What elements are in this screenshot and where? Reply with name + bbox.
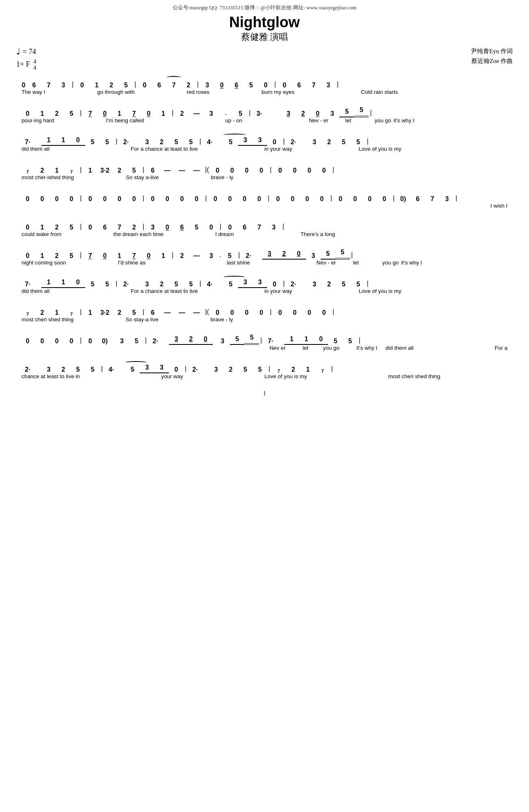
note: 0 (315, 195, 329, 203)
note: 0 (225, 309, 240, 316)
note: 0 (20, 252, 35, 260)
note: 0 (348, 195, 363, 203)
lyric: I'm being called (105, 117, 145, 123)
note: 0 (317, 167, 331, 174)
score-row-4: 7 2 1 7 | 1 3·2 2 5 | 6 — — — |( 0 0 0 0… (20, 158, 509, 183)
note: 0 (160, 195, 175, 203)
note: 6 (229, 82, 244, 89)
note: 3 (281, 110, 296, 117)
note: 0 (210, 167, 225, 174)
note: 0 (254, 309, 269, 316)
note: 0 (291, 250, 306, 260)
barline: | (282, 138, 286, 146)
note: 0 (214, 82, 229, 89)
note: 0 (267, 139, 282, 146)
note: 5 (328, 338, 343, 345)
note: — (189, 110, 204, 117)
note: 5 (85, 139, 100, 146)
note: — (189, 309, 204, 316)
note: 0 (267, 281, 282, 288)
note: 3 (262, 250, 277, 260)
note: 2 (50, 110, 64, 117)
barline: | (141, 166, 145, 174)
note: 7 (307, 82, 321, 89)
note: 6 (145, 309, 160, 316)
note: 5 (71, 366, 85, 373)
barline: | (331, 308, 335, 316)
note: 0 (127, 195, 141, 203)
barline: | (248, 109, 252, 117)
note: 0 (64, 195, 79, 203)
lyric: Love of you is my (357, 146, 402, 152)
lyric: burn my eyes (260, 89, 296, 95)
note: 1 (156, 110, 171, 117)
note: 1 (300, 366, 315, 373)
barline: | (79, 109, 83, 117)
notes-row-2: 0 1 2 5 | 7 0 1 7 0 1 | 2 — 3 · 5 | 3· 3… (20, 101, 509, 117)
note: 0 (273, 309, 287, 316)
lyric: did them all (384, 345, 415, 351)
note: 0 (302, 309, 317, 316)
note: 7· (263, 338, 278, 345)
note: 2 (175, 110, 189, 117)
lyric: red roses (186, 89, 211, 95)
note: 7· (20, 139, 35, 146)
note: 0 (300, 195, 315, 203)
note: 3 (253, 279, 267, 288)
note: 5 (119, 82, 133, 89)
lyric: it's why I (392, 117, 415, 123)
tempo: ♩ = 74 (16, 46, 36, 57)
barline: | (267, 365, 271, 373)
note: 0 (287, 309, 302, 316)
note: 5 (230, 336, 244, 345)
note: 3 (266, 224, 281, 231)
lyric: The way I (20, 89, 47, 95)
note: 5 (336, 139, 351, 146)
notes-row-4: 7 2 1 7 | 1 3·2 2 5 | 6 — — — |( 0 0 0 0… (20, 158, 509, 174)
barline: | (141, 195, 145, 203)
lyrics-row-9: most cheri shed thing So stay-a live bra… (20, 316, 509, 325)
barline: |( (204, 308, 210, 316)
barline: | (79, 251, 83, 260)
lyric: Love of you is my (263, 373, 308, 379)
barline: | (198, 138, 202, 146)
note: 0 (50, 338, 64, 345)
note: 3 (204, 110, 218, 117)
watermark: 公众号:musegtp QQ: 731335515 微博：@小叶歌吉他 网址: … (12, 4, 517, 11)
note: 3 (154, 364, 169, 373)
note: 3 (215, 338, 230, 345)
notes-row-1: 0 6 7 3 | 0 1 2 5 | 0 6 7 2 | 3 0 6 5 0 … (20, 73, 509, 89)
note: 2· (241, 252, 256, 260)
note: 5 (343, 338, 357, 345)
note: 5 (351, 281, 365, 288)
note: 0) (396, 195, 410, 203)
barline: | (71, 81, 75, 89)
lyrics-row-5: I wish I (20, 203, 509, 212)
barline: | (350, 251, 354, 260)
lyric: brave - ly (209, 316, 234, 323)
note: 2· (188, 366, 202, 373)
notes-row-7: 0 1 2 5 | 7 0 1 7 0 1 | 2 — 3 · 5 | 2· 3… (20, 243, 509, 260)
note: 0 (363, 195, 377, 203)
lyric: your way (160, 373, 184, 379)
note: 0 (198, 336, 213, 345)
score-row-7: 0 1 2 5 | 7 0 1 7 0 1 | 2 — 3 · 5 | 2· 3… (20, 243, 509, 269)
note: 3 (41, 366, 56, 373)
barline: | (198, 280, 202, 288)
note: · (218, 112, 233, 117)
lyric: Cold rain starts (360, 89, 399, 95)
barline: | (144, 337, 148, 345)
note: 3 (140, 281, 154, 288)
notes-row-10: 0 0 0 0 | 0 0) 3 5 | 2· 3 2 0 3 5 5 | 7·… (20, 329, 509, 345)
note: 7 (425, 195, 440, 203)
lyrics-row-2: pour-ing hard I'm being called up - on N… (20, 117, 509, 126)
note: — (189, 252, 204, 260)
note: 0 (225, 167, 240, 174)
note: 6 (292, 82, 307, 89)
lyric: chance at least to live in (20, 373, 81, 379)
lyric: I dream (214, 231, 235, 237)
lyric: For a (493, 345, 509, 351)
note: 7 (271, 368, 286, 373)
note: 7 (252, 224, 266, 231)
lyric: There's a long (299, 231, 336, 237)
